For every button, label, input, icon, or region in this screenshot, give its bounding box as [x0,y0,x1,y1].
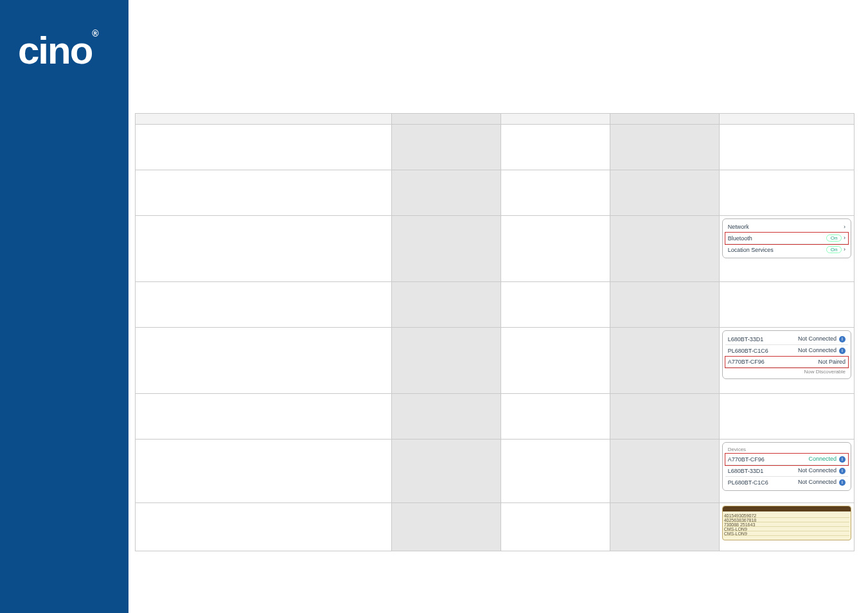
cell [610,216,719,282]
info-icon[interactable]: i [839,479,846,486]
cell [610,440,719,503]
col-header-2 [391,114,500,125]
devices-footer: Now Discoverable [725,368,848,376]
device-row-connected[interactable]: A770BT-CF96 Connectedi [725,454,848,465]
cell [500,125,610,170]
table-row: 4015493059072 4025638367818 730088 25164… [136,503,855,551]
cell-desc [136,216,392,282]
settings-row-location[interactable]: Location Services On › [725,244,848,255]
cell [500,282,610,328]
table-header-row [136,114,855,125]
cell [500,216,610,282]
info-icon[interactable]: i [839,456,846,463]
chevron-right-icon: › [844,235,846,241]
cell-screenshot [719,282,854,328]
cell-screenshot-settings: Network › Bluetooth On › Location Servic… [719,216,854,282]
device-status: Not Paired [818,359,846,365]
sidebar: cino® [0,0,128,613]
cell [610,328,719,394]
device-label: PL680BT-C1C6 [728,348,768,354]
settings-row-network[interactable]: Network › [725,222,848,233]
cell [500,328,610,394]
device-row-target[interactable]: A770BT-CF96 Not Paired [725,357,848,368]
cell [391,503,500,551]
device-row[interactable]: L680BT-33D1 Not Connectedi [725,333,848,345]
device-row[interactable]: PL680BT-C1C6 Not Connectedi [725,477,848,488]
cell-desc [136,282,392,328]
cell-desc [136,328,392,394]
settings-label: Bluetooth [728,235,752,242]
cell-screenshot-notes: 4015493059072 4025638367818 730088 25164… [719,503,854,551]
device-label: PL680BT-C1C6 [728,479,768,486]
note-line: 4015493059072 [724,513,849,518]
cell [500,440,610,503]
settings-value: On [826,235,842,242]
brand-logo: cino® [18,28,98,73]
cell [391,440,500,503]
device-status: Not Connected [798,335,837,342]
cell [391,282,500,328]
device-row[interactable]: L680BT-33D1 Not Connectedi [725,465,848,477]
col-header-5 [719,114,854,125]
cell-screenshot [719,125,854,170]
table-row [136,170,855,216]
device-status: Connected [808,456,837,462]
device-status: Not Connected [798,467,837,474]
cell [391,170,500,216]
cell [500,394,610,440]
cell-screenshot [719,170,854,216]
cell [500,170,610,216]
table-row: Devices A770BT-CF96 Connectedi L680BT-33… [136,440,855,503]
note-line: 730088 251643 [724,522,849,527]
cell-desc [136,394,392,440]
cell [610,282,719,328]
mini-notes-app: 4015493059072 4025638367818 730088 25164… [722,506,851,540]
device-row[interactable]: PL680BT-C1C6 Not Connectedi [725,345,848,357]
device-label: L680BT-33D1 [728,336,764,342]
info-icon[interactable]: i [839,468,846,474]
settings-label: Network [728,224,749,230]
col-header-3 [500,114,610,125]
chevron-right-icon: › [844,246,846,253]
mini-devices-panel: Devices A770BT-CF96 Connectedi L680BT-33… [722,442,851,491]
cell [391,216,500,282]
cell [391,394,500,440]
devices-header: Devices [725,445,848,454]
cell [500,503,610,551]
col-header-4 [610,114,719,125]
logo-text: cino [18,29,92,72]
device-label: A770BT-CF96 [728,456,765,463]
col-header-1 [136,114,392,125]
cell [391,328,500,394]
cell-screenshot-devices-notpaired: L680BT-33D1 Not Connectedi PL680BT-C1C6 … [719,328,854,394]
mini-settings-panel: Network › Bluetooth On › Location Servic… [722,218,851,258]
note-line: CMS-LON9 [724,527,849,531]
logo-registered: ® [92,28,97,39]
cell [391,125,500,170]
chevron-right-icon: › [844,224,846,230]
note-line: 4025638367818 [724,518,849,522]
cell-desc [136,170,392,216]
cell-desc [136,440,392,503]
settings-value: On [826,246,842,253]
info-icon[interactable]: i [839,348,846,354]
cell-screenshot-devices-connected: Devices A770BT-CF96 Connectedi L680BT-33… [719,440,854,503]
instruction-table: Network › Bluetooth On › Location Servic… [135,113,855,551]
table-row: Network › Bluetooth On › Location Servic… [136,216,855,282]
device-status: Not Connected [798,347,837,353]
device-label: A770BT-CF96 [728,359,765,365]
table-row [136,125,855,170]
cell [610,125,719,170]
cell [610,170,719,216]
cell-desc [136,125,392,170]
device-label: L680BT-33D1 [728,468,764,474]
table-row [136,282,855,328]
cell [610,394,719,440]
notes-titlebar [723,506,851,511]
cell-desc [136,503,392,551]
settings-row-bluetooth[interactable]: Bluetooth On › [725,233,848,244]
table-row [136,394,855,440]
info-icon[interactable]: i [839,336,846,342]
cell-screenshot [719,394,854,440]
settings-label: Location Services [728,247,774,253]
